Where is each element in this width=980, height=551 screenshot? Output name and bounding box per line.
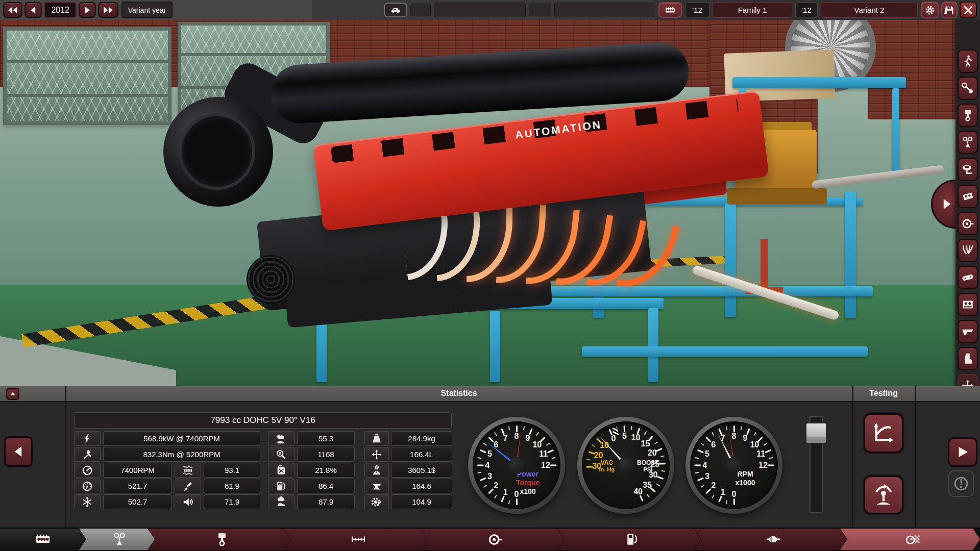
year-last-button[interactable] (98, 2, 118, 18)
top-bar-field-1[interactable] (434, 3, 526, 17)
double-right-arrow-icon (103, 5, 113, 15)
stat-icon-gear-tools (364, 494, 389, 509)
sidebar-toggle-valve-cover[interactable] (958, 266, 978, 289)
gauge-number: 5 (487, 449, 492, 459)
workshop-window (3, 27, 172, 125)
wrench-dollar-icon (276, 449, 287, 460)
stat-value: 502.7 (103, 494, 172, 509)
variant-name-field[interactable]: Variant 2 (821, 2, 918, 18)
year-prev-button[interactable] (24, 2, 42, 18)
save-button[interactable] (941, 2, 958, 18)
gauge-number: 0 (732, 490, 737, 499)
gauge-label: x100 (503, 487, 552, 496)
sidebar-toggle-walking-person[interactable] (958, 49, 978, 73)
stat-value: 3605.1$ (391, 463, 452, 478)
top-bar-slot-1[interactable] (410, 4, 431, 16)
throttle-slider-handle[interactable] (805, 422, 827, 444)
tab-turbocharger[interactable] (421, 529, 564, 550)
double-left-arrow-icon (8, 5, 18, 15)
sidebar-toggle-air-filter[interactable] (958, 158, 978, 181)
panel-divider (852, 386, 853, 528)
stat-value: 71.9 (204, 494, 260, 509)
stat-value: 86.4 (297, 479, 355, 493)
tab-scale-ticks[interactable] (284, 529, 428, 550)
vac-boost-gauge: 1020300510152025303540VACIn. HgBOOSTPSI (577, 417, 674, 514)
oil-pan-icon (961, 325, 974, 338)
stat-icon-bolt (74, 431, 101, 446)
panel-divider (65, 386, 66, 528)
year-value: 2012 (44, 2, 77, 18)
sidebar-toggle-intake-manifold[interactable] (958, 185, 978, 208)
top-bar-slot-2[interactable] (529, 4, 551, 16)
tab-muffler[interactable] (694, 529, 847, 550)
engine-mode-button[interactable] (658, 2, 682, 18)
run-test-button[interactable] (948, 437, 977, 467)
gauge-number: 8 (514, 432, 519, 441)
variant-year-label: Variant year (121, 2, 173, 18)
sidebar-toggle-oil-pan[interactable] (958, 320, 978, 343)
snowflake-icon (82, 496, 93, 508)
stat-value: 521.7 (103, 479, 172, 493)
gauge-center-labels: RPMx1000 (721, 470, 770, 487)
dyno-room-3d-viewport[interactable]: AUTOMATION (0, 20, 955, 386)
stat-value: 87.9 (297, 494, 355, 509)
gauge-side-label: BOOSTPSI (637, 460, 659, 473)
tab-fuel-pump-station[interactable] (557, 529, 701, 550)
up-arrow-icon (9, 390, 16, 397)
tab-cylinder-head[interactable] (79, 529, 155, 550)
sidebar-toggle-engine-block[interactable] (958, 293, 978, 316)
gauge-tick (550, 465, 556, 466)
play-icon (955, 444, 970, 460)
crankshaft-icon (961, 82, 974, 95)
right-arrow-icon (82, 5, 92, 15)
air-filter-icon (961, 163, 974, 176)
year-next-button[interactable] (79, 2, 96, 18)
stat-value: 568.9kW @ 7400RPM (103, 431, 260, 446)
prev-page-button[interactable] (4, 436, 33, 467)
stat-value: 104.9 (391, 494, 452, 509)
top-bar-field-2[interactable] (554, 3, 654, 17)
throttle-control-button[interactable] (864, 475, 903, 514)
family-name-field[interactable]: Family 1 (713, 2, 792, 18)
cylinder-head-icon (961, 136, 974, 149)
car-mode-button[interactable] (384, 3, 407, 17)
gauge-label: x1000 (721, 479, 770, 487)
warnings-button[interactable] (948, 470, 974, 497)
stat-icon-hammer-wrench (74, 447, 101, 462)
gauge-tick (477, 465, 483, 466)
gauge-tick (694, 465, 701, 466)
exhaust-headers-icon (961, 244, 974, 257)
gauge-number: 10 (750, 440, 759, 449)
sidebar-toggle-engine-boot[interactable] (958, 347, 978, 370)
sidebar-toggle-cylinder-head[interactable] (958, 131, 978, 154)
dyno-frame-post (845, 191, 856, 318)
stat-icon-snowflake (74, 494, 101, 509)
stat-value: 21.8% (297, 463, 355, 478)
gauge-tick (767, 465, 774, 466)
year-first-button[interactable] (3, 2, 22, 18)
sidebar-toggle-piston[interactable] (958, 104, 978, 127)
tab-piston[interactable] (148, 529, 290, 550)
sidebar-toggle-crankshaft[interactable] (958, 77, 978, 100)
engineer-dollar-icon (371, 465, 382, 476)
cylinder-head-icon (112, 532, 127, 547)
tab-dyno-flag[interactable] (840, 529, 980, 550)
settings-button[interactable] (921, 2, 939, 18)
stat-value: 284.9kg (391, 431, 452, 446)
collapse-panel-button[interactable] (6, 388, 19, 400)
sidebar-toggle-turbocharger[interactable] (958, 212, 978, 235)
tab-engine-strip[interactable] (0, 529, 86, 550)
dyno-curves-button[interactable] (864, 413, 903, 453)
gauge-number: 9 (525, 434, 530, 443)
gauge-hub (726, 457, 742, 473)
gauge-number: 10 (631, 433, 641, 442)
stat-icon-wrench-dollar (268, 447, 295, 462)
exclamation-icon (953, 476, 969, 491)
variant-year-badge: '12 (795, 3, 818, 17)
sidebar-toggle-exhaust-headers[interactable] (958, 239, 978, 262)
statistics-header-label: Statistics (65, 389, 852, 398)
close-button[interactable] (960, 2, 977, 18)
fuel-pump-station-icon (624, 532, 640, 547)
walking-person-icon (961, 55, 974, 68)
fuel-pump-icon (276, 481, 287, 492)
